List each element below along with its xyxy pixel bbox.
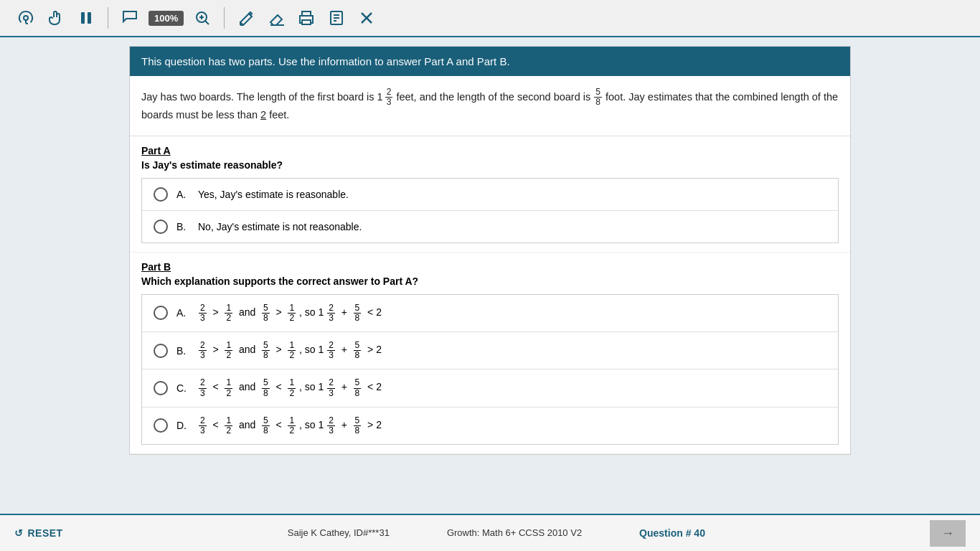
close-icon[interactable] [355, 6, 378, 29]
zoom-level[interactable]: 100% [149, 11, 184, 26]
part-b-label: Part B [141, 261, 839, 273]
part-a-option-a[interactable]: A. Yes, Jay's estimate is reasonable. [142, 179, 838, 211]
body-text-mid: feet, and the length of the second board… [396, 91, 593, 103]
part-b-option-a[interactable]: A. 23 > 12 and 58 > 12 , so 1 23 + 58 [142, 295, 838, 332]
option-letter-b4: D. [176, 420, 191, 431]
document-icon[interactable] [325, 6, 348, 29]
question-body: Jay has two boards. The length of the fi… [130, 76, 850, 136]
part-b-option-b[interactable]: B. 23 > 12 and 58 > 12 , so 1 23 + 58 [142, 332, 838, 369]
pointer-icon[interactable] [44, 6, 67, 29]
reset-label: RESET [28, 527, 63, 539]
option-text-b4: 23 < 12 and 58 < 12 , so 1 23 + 58 > 2 [198, 416, 826, 435]
radio-b1[interactable] [154, 306, 168, 320]
toolbar: 100% [0, 0, 980, 37]
pause-icon[interactable] [75, 6, 98, 29]
user-info: Saije K Cathey, ID#***31 [288, 527, 390, 539]
radio-a1[interactable] [154, 187, 168, 202]
question-header-text: This question has two parts. Use the inf… [141, 55, 510, 67]
option-letter-a1: A. [176, 189, 191, 200]
radio-b2[interactable] [154, 344, 168, 358]
option-text-a2: No, Jay's estimate is not reasonable. [198, 221, 826, 232]
next-icon: → [941, 526, 954, 541]
part-b-option-c[interactable]: C. 23 < 12 and 58 < 12 , so 1 23 + 58 [142, 369, 838, 407]
main-content: This question has two parts. Use the inf… [0, 37, 980, 514]
svg-point-0 [24, 16, 28, 20]
radio-b3[interactable] [154, 381, 168, 395]
fraction-5-8: 58 [594, 88, 602, 107]
mixed-number-1: 123 [377, 88, 394, 107]
radio-b4[interactable] [154, 418, 168, 433]
svg-rect-1 [81, 12, 85, 24]
zoom-in-icon[interactable] [191, 6, 214, 29]
option-text-b1: 23 > 12 and 58 > 12 , so 1 23 + 58 < 2 [198, 303, 826, 323]
part-b-section: Part B Which explanation supports the co… [130, 253, 850, 455]
divider-2 [224, 7, 225, 29]
next-button[interactable]: → [930, 520, 966, 547]
footer-center: Saije K Cathey, ID#***31 Growth: Math 6+… [63, 527, 930, 539]
part-b-question: Which explanation supports the correct a… [141, 276, 839, 287]
part-a-option-b[interactable]: B. No, Jay's estimate is not reasonable. [142, 211, 838, 242]
option-text-b3: 23 < 12 and 58 < 12 , so 1 23 + 58 < 2 [198, 378, 826, 397]
question-number: Question # 40 [639, 527, 705, 539]
pencil-icon[interactable] [235, 6, 258, 29]
part-a-section: Part A Is Jay's estimate reasonable? A. … [130, 136, 850, 253]
part-a-question: Is Jay's estimate reasonable? [141, 159, 839, 171]
hearing-icon[interactable] [14, 6, 37, 29]
option-letter-b2: B. [176, 345, 191, 357]
part-b-options: A. 23 > 12 and 58 > 12 , so 1 23 + 58 [141, 294, 839, 446]
option-text-a1: Yes, Jay's estimate is reasonable. [198, 189, 826, 200]
svg-line-6 [205, 21, 209, 24]
comment-icon[interactable] [118, 6, 141, 29]
svg-rect-10 [302, 11, 311, 16]
svg-rect-2 [88, 12, 91, 24]
option-letter-a2: B. [176, 221, 191, 232]
test-info: Growth: Math 6+ CCSS 2010 V2 [447, 527, 582, 539]
divider-1 [108, 7, 108, 29]
eraser-icon[interactable] [265, 6, 288, 29]
option-letter-b1: A. [176, 307, 191, 319]
reset-button[interactable]: ↺ RESET [14, 527, 63, 539]
option-letter-b3: C. [176, 382, 191, 394]
radio-a2[interactable] [154, 220, 168, 234]
part-a-label: Part A [141, 145, 839, 156]
svg-rect-11 [302, 20, 311, 24]
question-header: This question has two parts. Use the inf… [130, 47, 850, 76]
part-a-options: A. Yes, Jay's estimate is reasonable. B.… [141, 178, 839, 243]
option-text-b2: 23 > 12 and 58 > 12 , so 1 23 + 58 > 2 [198, 341, 826, 360]
footer: ↺ RESET Saije K Cathey, ID#***31 Growth:… [0, 514, 980, 551]
body-text-start: Jay has two boards. The length of the fi… [141, 91, 377, 103]
print-icon[interactable] [295, 6, 318, 29]
part-b-option-d[interactable]: D. 23 < 12 and 58 < 12 , so 1 23 + 58 [142, 408, 838, 444]
reset-icon: ↺ [14, 527, 24, 539]
question-container: This question has two parts. Use the inf… [129, 46, 851, 455]
